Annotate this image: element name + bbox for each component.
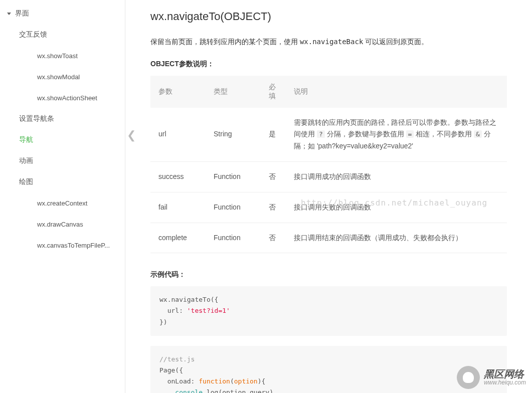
sidebar-item-animation[interactable]: 动画 — [0, 150, 125, 171]
sidebar-item-label: wx.showModal — [37, 73, 80, 81]
sidebar-item-showtoast[interactable]: wx.showToast — [0, 45, 125, 66]
api-ref-code: wx.navigateBack — [300, 38, 363, 46]
th-desc: 说明 — [286, 76, 507, 108]
sidebar-item-label: wx.createContext — [37, 200, 87, 207]
params-table: 参数 类型 必填 说明 url String 是 需要跳转的应用内页面的路径 ,… — [150, 76, 507, 254]
page-description: 保留当前页面，跳转到应用内的某个页面，使用 wx.navigateBack 可以… — [150, 35, 507, 49]
sidebar-item-label: 绘图 — [19, 177, 33, 186]
sidebar: 界面 交互反馈 wx.showToast wx.showModal wx.sho… — [0, 0, 125, 393]
sidebar-item-label: 导航 — [19, 135, 33, 144]
example-heading: 示例代码： — [150, 270, 507, 279]
sidebar-item-label: 动画 — [19, 156, 33, 165]
sidebar-item-label: wx.drawCanvas — [37, 221, 83, 228]
code-block-1: wx.navigateTo({ url: 'test?id=1' }) — [150, 286, 507, 335]
th-type: 类型 — [206, 76, 261, 108]
chevron-left-icon: ❮ — [127, 129, 136, 142]
chevron-down-icon — [7, 13, 11, 15]
code-block-2: //test.js Page({ onLoad: function(option… — [150, 346, 507, 393]
th-param: 参数 — [150, 76, 206, 108]
sidebar-item-ui[interactable]: 界面 — [0, 3, 125, 24]
sidebar-item-drawcanvas[interactable]: wx.drawCanvas — [0, 214, 125, 235]
sidebar-item-canvastotemp[interactable]: wx.canvasToTempFileP... — [0, 235, 125, 256]
sidebar-item-label: 交互反馈 — [19, 30, 47, 39]
sidebar-item-showmodal[interactable]: wx.showModal — [0, 66, 125, 87]
sidebar-collapse-button[interactable]: ❮ — [125, 125, 137, 145]
table-row: complete Function 否 接口调用结束的回调函数（调用成功、失败都… — [150, 223, 507, 253]
table-row: fail Function 否 接口调用失败的回调函数 — [150, 192, 507, 223]
sidebar-item-label: wx.canvasToTempFileP... — [37, 242, 110, 249]
sidebar-item-feedback[interactable]: 交互反馈 — [0, 24, 125, 45]
table-row: url String 是 需要跳转的应用内页面的路径 , 路径后可以带参数。参数… — [150, 108, 507, 162]
page-title: wx.navigateTo(OBJECT) — [150, 10, 507, 23]
sidebar-item-canvas[interactable]: 绘图 — [0, 171, 125, 192]
sidebar-item-navigate[interactable]: 导航 — [0, 129, 125, 150]
sidebar-item-createcontext[interactable]: wx.createContext — [0, 192, 125, 214]
sidebar-item-showactionsheet[interactable]: wx.showActionSheet — [0, 87, 125, 108]
params-heading: OBJECT参数说明： — [150, 60, 507, 69]
table-row: success Function 否 接口调用成功的回调函数 — [150, 161, 507, 192]
th-required: 必填 — [261, 76, 286, 108]
content-area: ❮ wx.navigateTo(OBJECT) 保留当前页面，跳转到应用内的某个… — [125, 0, 532, 393]
sidebar-item-navbar[interactable]: 设置导航条 — [0, 108, 125, 129]
sidebar-item-label: wx.showActionSheet — [37, 94, 97, 102]
sidebar-item-label: 设置导航条 — [19, 114, 54, 123]
sidebar-item-label: 界面 — [15, 9, 29, 18]
sidebar-item-label: wx.showToast — [37, 52, 78, 60]
